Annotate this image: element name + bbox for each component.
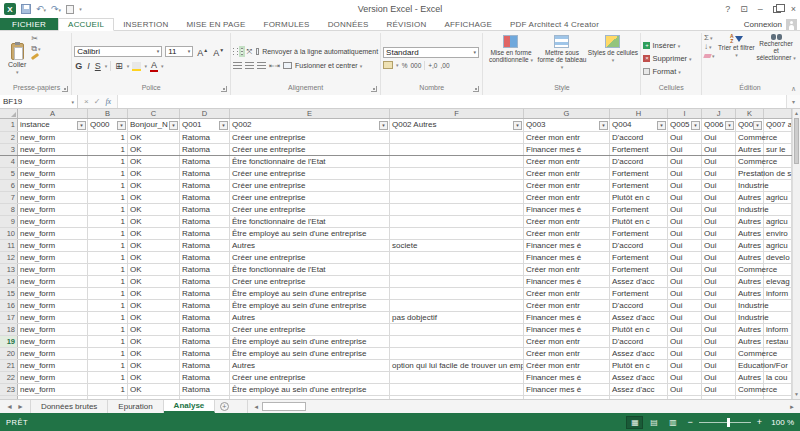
cell[interactable]: Oui bbox=[702, 312, 736, 323]
filter-button[interactable]: ▾ bbox=[725, 121, 734, 130]
cell[interactable]: Oui bbox=[668, 180, 702, 191]
header-cell[interactable]: Q002 Autres▾ bbox=[390, 119, 524, 131]
cell[interactable]: Créer une entreprise bbox=[230, 180, 390, 191]
cell[interactable]: Créer une entreprise bbox=[230, 192, 390, 203]
cell[interactable]: Fortement bbox=[610, 264, 668, 275]
row-header-22[interactable]: 22 bbox=[0, 372, 18, 383]
font-name-select[interactable]: Calibri▾ bbox=[74, 46, 162, 57]
cell[interactable]: Financer mes é bbox=[524, 144, 610, 155]
cell[interactable]: Oui bbox=[702, 288, 736, 299]
cell[interactable] bbox=[390, 384, 524, 395]
underline-button[interactable]: S bbox=[94, 61, 102, 71]
cell[interactable]: Commerce bbox=[736, 264, 764, 275]
cell[interactable]: Oui bbox=[702, 204, 736, 215]
cell[interactable]: elevag bbox=[764, 276, 792, 287]
cell[interactable]: la cou bbox=[764, 372, 792, 383]
cell[interactable]: new_form bbox=[18, 240, 88, 251]
filter-button[interactable]: ▾ bbox=[657, 121, 666, 130]
cell[interactable]: 1 bbox=[88, 300, 128, 311]
zoom-slider[interactable] bbox=[699, 422, 751, 423]
cell[interactable]: Créer mon entr bbox=[524, 168, 610, 179]
cell[interactable]: restau bbox=[764, 336, 792, 347]
format-cells-button[interactable]: Format▾ bbox=[643, 65, 699, 78]
cell[interactable]: Financer mes é bbox=[524, 396, 610, 399]
cell[interactable]: Créer mon entr bbox=[524, 180, 610, 191]
scroll-up-icon[interactable]: ▲ bbox=[793, 109, 800, 118]
cell[interactable]: D'accord bbox=[610, 132, 668, 143]
format-painter-icon[interactable] bbox=[31, 55, 40, 58]
cell[interactable]: new_form bbox=[18, 192, 88, 203]
cell[interactable]: OK bbox=[128, 300, 180, 311]
cell[interactable]: Ratoma bbox=[180, 324, 230, 335]
cell[interactable]: new_form bbox=[18, 264, 88, 275]
cell[interactable]: 1 bbox=[88, 384, 128, 395]
cell[interactable]: Autres bbox=[736, 240, 764, 251]
cell[interactable]: new_form bbox=[18, 384, 88, 395]
cell[interactable]: OK bbox=[128, 384, 180, 395]
column-header-D[interactable]: D bbox=[180, 109, 230, 118]
underline-dropdown-icon[interactable]: ▾ bbox=[105, 63, 108, 69]
cell[interactable]: Être employé au sein d'une entreprise bbox=[230, 384, 390, 395]
enter-formula-icon[interactable]: ✓ bbox=[94, 97, 101, 106]
cell[interactable] bbox=[390, 324, 524, 335]
cell[interactable]: OK bbox=[128, 192, 180, 203]
cell[interactable]: Autres bbox=[230, 312, 390, 323]
cell[interactable] bbox=[390, 132, 524, 143]
autosum-icon[interactable]: Σ▾ bbox=[704, 34, 715, 42]
row-header-24[interactable]: 24 bbox=[0, 396, 18, 399]
bold-button[interactable]: G bbox=[74, 61, 83, 71]
cell[interactable]: Ratoma bbox=[180, 240, 230, 251]
cell[interactable]: Assez d'acc bbox=[610, 372, 668, 383]
cell[interactable] bbox=[390, 216, 524, 227]
cell[interactable]: Oui bbox=[702, 336, 736, 347]
name-box[interactable]: BF19▾ bbox=[0, 95, 78, 108]
page-break-view-icon[interactable]: ▥ bbox=[664, 416, 681, 429]
cell[interactable]: 1 bbox=[88, 240, 128, 251]
merge-center-label[interactable]: Fusionner et centrer ▾ bbox=[295, 62, 362, 69]
cell[interactable]: Oui bbox=[702, 264, 736, 275]
ribbon-tab-affichage[interactable]: AFFICHAGE bbox=[435, 18, 501, 30]
fill-icon[interactable]: ↓▾ bbox=[704, 43, 715, 51]
cell[interactable]: Autres bbox=[736, 192, 764, 203]
cell[interactable]: Oui bbox=[668, 132, 702, 143]
cell[interactable]: Oui bbox=[668, 276, 702, 287]
cell[interactable]: Ratoma bbox=[180, 132, 230, 143]
cell[interactable]: Oui bbox=[702, 396, 736, 399]
cell[interactable]: Oui bbox=[702, 180, 736, 191]
conditional-formatting-button[interactable]: Mise en forme conditionnelle ▾ bbox=[485, 33, 536, 84]
cell[interactable]: 1 bbox=[88, 216, 128, 227]
restore-icon[interactable] bbox=[773, 6, 781, 13]
cell[interactable]: Oui bbox=[702, 384, 736, 395]
cell[interactable]: Autres bbox=[736, 336, 764, 347]
cell[interactable]: new_form bbox=[18, 156, 88, 167]
clear-icon[interactable]: ▾ bbox=[704, 52, 715, 60]
cell[interactable]: Industrie bbox=[736, 312, 764, 323]
cell[interactable]: Oui bbox=[702, 168, 736, 179]
cell[interactable]: D'accord bbox=[610, 336, 668, 347]
cell[interactable]: Ratoma bbox=[180, 228, 230, 239]
paste-button[interactable]: Coller ▾ bbox=[4, 33, 30, 84]
cell[interactable]: Créer une entreprise bbox=[230, 372, 390, 383]
cell[interactable]: Autres bbox=[736, 228, 764, 239]
cell[interactable] bbox=[390, 300, 524, 311]
cell[interactable] bbox=[390, 168, 524, 179]
cell[interactable]: Plutôt en c bbox=[610, 396, 668, 399]
row-header-6[interactable]: 6 bbox=[0, 180, 18, 191]
cell[interactable]: Oui bbox=[668, 204, 702, 215]
cell[interactable]: Ratoma bbox=[180, 156, 230, 167]
cell[interactable]: Autres bbox=[736, 216, 764, 227]
cell[interactable]: Être fonctionnaire de l'Etat bbox=[230, 216, 390, 227]
header-cell[interactable]: instance▾ bbox=[18, 119, 88, 131]
cell[interactable]: new_form bbox=[18, 360, 88, 371]
cell[interactable]: new_form bbox=[18, 168, 88, 179]
ribbon-tab-fichier[interactable]: FICHIER bbox=[0, 18, 58, 30]
filter-button[interactable]: ▾ bbox=[117, 121, 126, 130]
cell[interactable]: develo bbox=[764, 252, 792, 263]
cell[interactable]: Autres bbox=[736, 252, 764, 263]
row-header-12[interactable]: 12 bbox=[0, 252, 18, 263]
cell[interactable]: Oui bbox=[702, 192, 736, 203]
cell[interactable]: Être fonctionnaire de l'Etat bbox=[230, 156, 390, 167]
cell[interactable]: Ratoma bbox=[180, 360, 230, 371]
cell[interactable]: Oui bbox=[668, 360, 702, 371]
number-format-select[interactable]: Standard▾ bbox=[383, 47, 479, 58]
